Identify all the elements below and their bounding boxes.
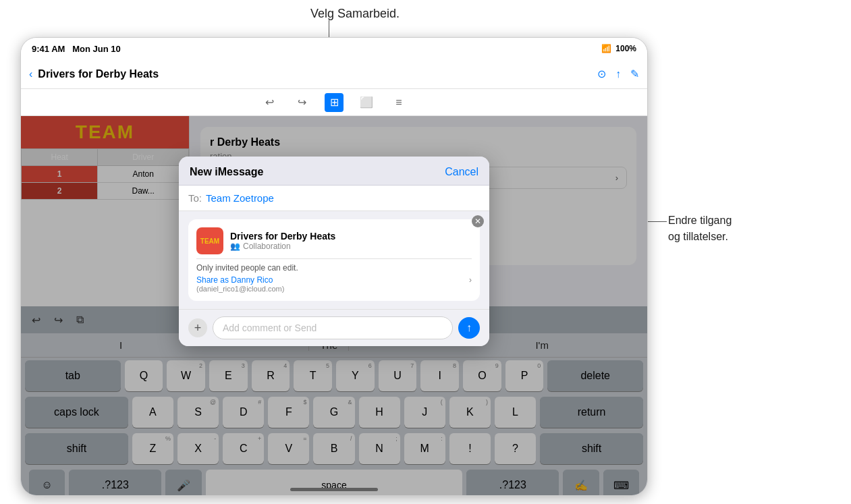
annotation-right: Endre tilgang og tillatelser.: [668, 213, 732, 245]
imessage-header: New iMessage Cancel: [179, 157, 489, 186]
imessage-dialog: New iMessage Cancel To: Team Zoetrope ✕ …: [179, 157, 489, 346]
attachment-area: ✕ TEAM Drivers for Derby Heats 👥 Collabo…: [179, 211, 489, 309]
send-button[interactable]: ↑: [458, 317, 480, 339]
annotation-arrow-right: [648, 221, 667, 222]
edit-nav-icon[interactable]: ✎: [630, 67, 639, 80]
chevron-left-icon: ‹: [29, 68, 32, 80]
main-content: TEAM Heat Driver 1 Anton 2 Daw...: [21, 116, 647, 495]
imessage-cancel-button[interactable]: Cancel: [445, 166, 478, 178]
attachment-info: Drivers for Derby Heats 👥 Collaboration: [230, 231, 335, 251]
attachment-share-link[interactable]: Share as Danny Rico: [196, 275, 273, 285]
toolbar-redo[interactable]: ↪: [292, 93, 311, 112]
message-input[interactable]: Add comment or Send: [213, 316, 453, 339]
imessage-overlay: New iMessage Cancel To: Team Zoetrope ✕ …: [21, 116, 647, 495]
toolbar-shapes[interactable]: ⬜: [357, 93, 376, 112]
collaboration-icon: 👥: [230, 242, 240, 251]
imessage-input-row: + Add comment or Send ↑: [179, 309, 489, 346]
attachment-header: TEAM Drivers for Derby Heats 👥 Collabora…: [196, 227, 472, 254]
toolbar-table[interactable]: ⊞: [325, 93, 344, 112]
battery-icon: 100%: [615, 44, 636, 53]
add-attachment-button[interactable]: +: [188, 318, 207, 337]
attachment-close-button[interactable]: ✕: [472, 215, 484, 227]
attachment-sub: 👥 Collaboration: [230, 242, 335, 251]
ipad-frame: 9:41 AM Mon Jun 10 📶 100% ‹ Drivers for …: [20, 37, 648, 496]
toolbar-more[interactable]: ≡: [389, 93, 408, 112]
back-button[interactable]: ‹: [29, 68, 32, 80]
to-value[interactable]: Team Zoetrope: [206, 192, 274, 204]
attachment-card: ✕ TEAM Drivers for Derby Heats 👥 Collabo…: [188, 219, 480, 301]
annotation-top: Velg Samarbeid.: [310, 7, 400, 21]
share-chevron-icon: ›: [469, 275, 472, 285]
imessage-to-row: To: Team Zoetrope: [179, 186, 489, 211]
nav-bar: ‹ Drivers for Derby Heats ⊙ ↑ ✎: [21, 59, 647, 89]
to-label: To:: [188, 192, 202, 204]
toolbar-undo[interactable]: ↩: [260, 93, 279, 112]
toolbar-row: ↩ ↪ ⊞ ⬜ ≡: [21, 89, 647, 116]
status-right: 📶 100%: [601, 44, 636, 53]
attachment-permission: Only invited people can edit. Share as D…: [196, 258, 472, 293]
share-nav-icon[interactable]: ↑: [615, 68, 621, 80]
document-title: Drivers for Derby Heats: [38, 68, 592, 80]
share-email: (daniel_rico1@icloud.com): [196, 285, 472, 293]
wifi-icon: 📶: [601, 44, 611, 53]
nav-action-icons: ⊙ ↑ ✎: [597, 67, 639, 80]
status-time: 9:41 AM Mon Jun 10: [32, 44, 121, 54]
attachment-thumbnail: TEAM: [196, 227, 223, 254]
status-bar: 9:41 AM Mon Jun 10 📶 100%: [21, 38, 647, 59]
imessage-title: New iMessage: [190, 166, 263, 178]
search-nav-icon[interactable]: ⊙: [597, 67, 606, 80]
attachment-name: Drivers for Derby Heats: [230, 231, 335, 242]
